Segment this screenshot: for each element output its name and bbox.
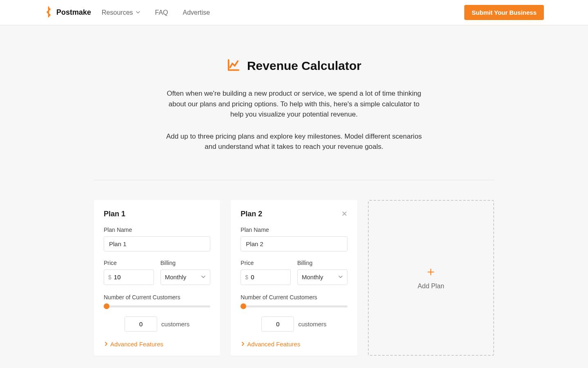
topbar-left: Postmake Resources FAQ Advertise (44, 6, 210, 19)
plus-icon: ＋ (425, 265, 437, 278)
nav-faq-label: FAQ (155, 9, 168, 16)
plan-2-title: Plan 2 (241, 210, 262, 218)
nav-resources-label: Resources (102, 9, 133, 16)
plan-1-name-input[interactable] (104, 236, 210, 251)
chevron-down-icon (201, 274, 206, 281)
plan-2-billing-select[interactable]: Monthly (297, 269, 347, 285)
plan-1-customers-slider[interactable] (104, 305, 210, 307)
hero-paragraph-2: Add up to three pricing plans and explor… (163, 131, 425, 152)
plan-2-customers-input[interactable] (261, 316, 294, 332)
main-nav: Resources FAQ Advertise (102, 9, 210, 16)
plan-1-customers-suffix: customers (161, 321, 189, 328)
plan-1-price-field[interactable]: $ (104, 269, 154, 285)
plan-1-header: Plan 1 (104, 210, 210, 218)
brand-name: Postmake (56, 8, 91, 17)
plan-2-customers-slider[interactable] (241, 305, 347, 307)
slider-thumb[interactable] (241, 303, 246, 309)
plan-1-price-input[interactable] (114, 274, 149, 280)
plan-1-customers-label: Number of Current Customers (104, 294, 210, 301)
plan-2-price-input[interactable] (251, 274, 286, 280)
plan-2-price-label: Price (241, 260, 291, 266)
plan-2-price-field[interactable]: $ (241, 269, 291, 285)
chevron-down-icon (136, 9, 140, 16)
plan-1-price-label: Price (104, 260, 154, 266)
plan-1-billing-select[interactable]: Monthly (160, 269, 211, 285)
page-content: Revenue Calculator Often when we're buil… (94, 25, 494, 368)
plan-2-header: Plan 2 ✕ (241, 210, 347, 218)
plan-2-name-label: Plan Name (241, 227, 347, 233)
submit-business-label: Submit Your Business (472, 9, 537, 16)
plan-1-advanced-label: Advanced Features (110, 341, 163, 348)
plan-1-advanced-toggle[interactable]: Advanced Features (104, 341, 210, 348)
nav-advertise[interactable]: Advertise (183, 9, 210, 16)
close-icon[interactable]: ✕ (341, 210, 347, 218)
submit-business-button[interactable]: Submit Your Business (464, 5, 544, 20)
plan-1-billing-value: Monthly (165, 274, 187, 280)
plan-2-billing-label: Billing (297, 260, 347, 266)
plan-card-2: Plan 2 ✕ Plan Name Price $ Billing Month… (231, 200, 357, 356)
chevron-right-icon (104, 341, 109, 348)
plan-card-1: Plan 1 Plan Name Price $ Billing Monthly (94, 200, 220, 356)
top-nav: Postmake Resources FAQ Advertise Submit … (0, 0, 588, 25)
nav-faq[interactable]: FAQ (155, 9, 168, 16)
plans-grid: Plan 1 Plan Name Price $ Billing Monthly (94, 200, 494, 368)
hero-paragraph-1: Often when we're building a new product … (163, 88, 425, 120)
plan-1-billing-label: Billing (160, 260, 211, 266)
plan-2-customers-label: Number of Current Customers (241, 294, 347, 301)
plan-2-advanced-label: Advanced Features (247, 341, 300, 348)
currency-symbol: $ (108, 274, 111, 280)
add-plan-button[interactable]: ＋ Add Plan (368, 200, 494, 356)
nav-resources[interactable]: Resources (102, 9, 140, 16)
add-plan-label: Add Plan (418, 283, 444, 290)
chevron-down-icon (338, 274, 343, 281)
nav-advertise-label: Advertise (183, 9, 210, 16)
currency-symbol: $ (245, 274, 248, 280)
chart-line-icon (227, 58, 241, 74)
page-title: Revenue Calculator (247, 59, 361, 73)
slider-thumb[interactable] (104, 303, 109, 309)
plan-1-title: Plan 1 (104, 210, 125, 218)
plan-1-name-label: Plan Name (104, 227, 210, 233)
plan-2-name-input[interactable] (241, 236, 347, 251)
hero-title-row: Revenue Calculator (110, 58, 478, 74)
plan-2-advanced-toggle[interactable]: Advanced Features (241, 341, 347, 348)
plan-2-customers-suffix: customers (298, 321, 326, 328)
logo-icon (44, 6, 53, 19)
brand-logo[interactable]: Postmake (44, 6, 91, 19)
plan-2-billing-value: Monthly (302, 274, 323, 280)
hero: Revenue Calculator Often when we're buil… (94, 58, 494, 180)
plan-1-customers-input[interactable] (125, 316, 157, 332)
chevron-right-icon (241, 341, 245, 348)
